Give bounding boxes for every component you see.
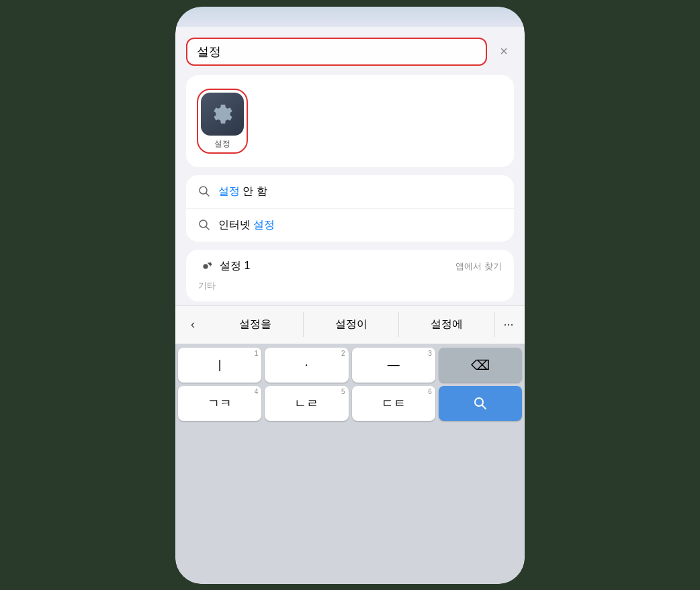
search-icon-1 bbox=[198, 185, 210, 197]
search-bar-area: 설정 × bbox=[175, 27, 525, 71]
keyboard: 1 | 2 · 3 — ⌫ bbox=[175, 344, 525, 584]
delete-icon: ⌫ bbox=[471, 357, 490, 373]
suggestion-text-1: 설정 안 함 bbox=[218, 185, 267, 199]
app-label: 설정 bbox=[201, 138, 244, 150]
key-pipe[interactable]: 1 | bbox=[178, 348, 261, 383]
suggestion-text-2: 인터넷 설정 bbox=[218, 218, 275, 232]
search-key[interactable] bbox=[439, 386, 522, 421]
suggestion-item-2[interactable]: 인터넷 설정 bbox=[186, 209, 514, 242]
gear-icon bbox=[210, 102, 234, 126]
inapp-card: 설정 1 앱에서 찾기 기타 bbox=[186, 250, 514, 301]
word-btn-1[interactable]: 설정을 bbox=[208, 312, 304, 337]
svg-line-3 bbox=[206, 227, 210, 230]
inapp-title: 설정 1 bbox=[220, 259, 250, 273]
search-icon-2 bbox=[198, 219, 210, 231]
screen: 설정 × 설정 bbox=[175, 7, 525, 584]
screen-top bbox=[175, 7, 525, 27]
top-result-card[interactable]: 설정 bbox=[186, 75, 514, 167]
close-button[interactable]: × bbox=[494, 42, 514, 62]
phone-frame: 설정 × 설정 bbox=[175, 7, 525, 584]
svg-point-4 bbox=[204, 264, 208, 268]
key-gk[interactable]: 4 ㄱㅋ bbox=[178, 386, 261, 421]
key-dot[interactable]: 2 · bbox=[265, 348, 348, 383]
more-button[interactable]: ··· bbox=[495, 311, 522, 338]
inapp-row: 설정 1 앱에서 찾기 bbox=[198, 259, 502, 274]
word-btn-2[interactable]: 설정이 bbox=[304, 312, 400, 337]
kita-section: 기타 bbox=[198, 279, 502, 292]
search-query-text: 설정 bbox=[197, 44, 221, 60]
key-dt[interactable]: 6 ㄷㅌ bbox=[352, 386, 435, 421]
kita-label: 기타 bbox=[198, 281, 216, 291]
suggestions-card: 설정 안 함 인터넷 설정 bbox=[186, 175, 514, 242]
suggestion-item-1[interactable]: 설정 안 함 bbox=[186, 175, 514, 209]
key-dash[interactable]: 3 — bbox=[352, 348, 435, 383]
settings-app-icon bbox=[201, 93, 244, 136]
content-area: 설정 설정 안 함 bbox=[175, 71, 525, 584]
settings-app-icon-wrapper: 설정 bbox=[197, 89, 257, 154]
word-btn-3[interactable]: 설정에 bbox=[399, 312, 495, 337]
search-key-icon bbox=[473, 396, 488, 411]
svg-line-1 bbox=[206, 193, 210, 197]
search-input-box[interactable]: 설정 bbox=[186, 38, 487, 66]
app-icon-border: 설정 bbox=[197, 89, 248, 154]
inapp-badge: 앱에서 찾기 bbox=[455, 260, 502, 273]
svg-line-6 bbox=[482, 405, 486, 409]
keyboard-row-2: 4 ㄱㅋ 5 ㄴㄹ 6 ㄷㅌ bbox=[178, 386, 522, 421]
key-nr[interactable]: 5 ㄴㄹ bbox=[265, 386, 348, 421]
delete-key[interactable]: ⌫ bbox=[439, 348, 522, 383]
back-button[interactable]: ‹ bbox=[178, 311, 208, 338]
suggestion-highlight-1: 설정 bbox=[218, 185, 240, 197]
inapp-left: 설정 1 bbox=[198, 259, 250, 274]
suggestion-highlight-2: 설정 bbox=[253, 219, 275, 230]
word-suggestions-row: ‹ 설정을 설정이 설정에 ··· bbox=[175, 305, 525, 344]
inapp-gear-icon bbox=[198, 259, 213, 274]
keyboard-row-1: 1 | 2 · 3 — ⌫ bbox=[178, 348, 522, 383]
